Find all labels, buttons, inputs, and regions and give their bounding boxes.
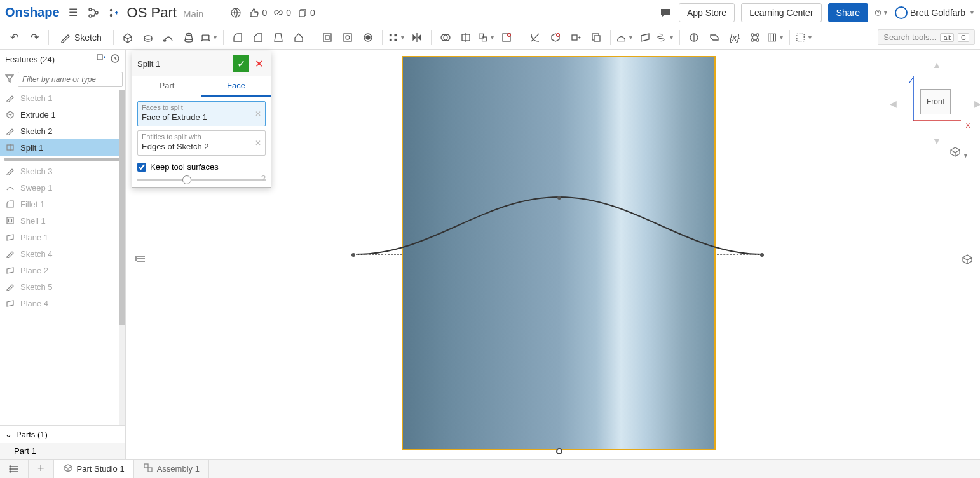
tab-manager-icon[interactable] — [0, 460, 29, 478]
transform-icon[interactable]: ▼ — [477, 29, 495, 46]
tab-part[interactable]: Part — [132, 76, 201, 97]
delete-face-icon[interactable] — [498, 29, 515, 46]
cube-front-face[interactable]: Front — [920, 89, 951, 114]
svg-point-48 — [10, 468, 11, 470]
feature-item[interactable]: Sketch 4 — [0, 245, 125, 262]
keep-tool-checkbox[interactable]: Keep tool surfaces — [137, 160, 266, 174]
feature-item[interactable]: Plane 1 — [0, 229, 125, 245]
variable-icon[interactable]: {x} — [726, 29, 744, 46]
sweep-icon[interactable] — [160, 29, 177, 46]
feature-item[interactable]: Extrude 1 — [0, 106, 125, 123]
pattern-icon[interactable]: ▼ — [388, 29, 405, 46]
modify-fillet-icon[interactable] — [526, 29, 544, 46]
likes-badge[interactable]: 0 — [249, 8, 267, 18]
config-icon[interactable] — [746, 29, 764, 46]
display-mode-icon[interactable]: ▼ — [949, 145, 969, 160]
tree-icon[interactable] — [86, 6, 100, 20]
hole-icon[interactable] — [339, 29, 357, 46]
search-tools[interactable]: Search tools... alt C — [878, 29, 975, 45]
cancel-button[interactable]: ✕ — [252, 57, 266, 71]
globe-icon[interactable] — [229, 6, 243, 20]
opacity-slider[interactable] — [137, 174, 266, 183]
feature-label: Fillet 1 — [20, 200, 44, 209]
select-icon[interactable]: ▼ — [795, 29, 813, 46]
clear-faces-icon[interactable]: ✕ — [255, 109, 261, 118]
redo-icon[interactable]: ↷ — [25, 29, 43, 46]
shell-icon[interactable] — [318, 29, 336, 46]
project-title[interactable]: OS Part Main — [127, 4, 204, 21]
learning-center-button[interactable]: Learning Center — [741, 3, 821, 22]
faces-to-split-field[interactable]: Faces to split Face of Extrude 1 ✕ — [137, 101, 266, 126]
fillet-icon[interactable] — [229, 29, 247, 46]
dialog-help-icon[interactable]: ? — [261, 174, 266, 183]
feature-item[interactable]: Split 1 — [0, 139, 125, 156]
undo-icon[interactable]: ↶ — [5, 29, 23, 46]
feature-item[interactable]: Sketch 3 — [0, 163, 125, 179]
rollback-bar[interactable] — [4, 158, 121, 161]
plane-icon[interactable] — [636, 29, 654, 46]
part-studio-icon — [63, 463, 73, 475]
sketch-button[interactable]: Sketch — [54, 30, 108, 45]
insert-icon[interactable] — [107, 6, 121, 20]
svg-point-3 — [110, 9, 112, 11]
feature-item[interactable]: Sketch 2 — [0, 123, 125, 139]
rib-icon[interactable] — [290, 29, 308, 46]
feature-item[interactable]: Plane 2 — [0, 262, 125, 278]
filter-icon[interactable] — [5, 74, 14, 85]
svg-rect-13 — [325, 36, 329, 39]
split-icon[interactable] — [457, 29, 475, 46]
confirm-button[interactable]: ✓ — [233, 55, 249, 72]
filter-input[interactable] — [18, 72, 123, 87]
svg-rect-38 — [768, 34, 775, 41]
share-button[interactable]: Share — [828, 3, 868, 22]
add-feature-icon[interactable] — [96, 53, 106, 65]
user-menu[interactable]: Brett Goldfarb ▼ — [895, 6, 975, 19]
section-icon[interactable] — [685, 29, 703, 46]
svg-point-49 — [10, 471, 11, 472]
loft-icon[interactable] — [180, 29, 198, 46]
helix-icon[interactable]: ▼ — [657, 29, 674, 46]
parts-header[interactable]: ⌄ Parts (1) — [0, 425, 125, 443]
boolean-icon[interactable] — [437, 29, 454, 46]
thread-icon[interactable] — [359, 29, 377, 46]
feature-item[interactable]: Sketch 1 — [0, 90, 125, 106]
delete-part-icon[interactable] — [547, 29, 564, 46]
mirror-icon[interactable] — [408, 29, 426, 46]
chamfer-icon[interactable] — [249, 29, 267, 46]
logo[interactable]: Onshape — [5, 5, 60, 20]
feature-item[interactable]: Fillet 1 — [0, 196, 125, 212]
app-store-button[interactable]: App Store — [679, 3, 735, 22]
comment-icon[interactable] — [658, 6, 672, 20]
feature-item[interactable]: Plane 4 — [0, 295, 125, 311]
help-icon[interactable]: ▼ — [875, 6, 888, 20]
copies-count: 0 — [310, 8, 315, 18]
hamburger-icon[interactable]: ☰ — [66, 6, 80, 20]
tab-assembly[interactable]: Assembly 1 — [134, 460, 209, 478]
view-cube[interactable]: ▲ ▼ ◀ ▶ Front Z X — [904, 64, 967, 127]
links-badge[interactable]: 0 — [273, 8, 291, 18]
rollback-icon[interactable] — [110, 53, 120, 65]
tab-part-studio[interactable]: Part Studio 1 — [54, 460, 134, 478]
thicken-icon[interactable]: ▼ — [200, 29, 218, 46]
add-tab-button[interactable]: + — [29, 460, 54, 478]
entities-field[interactable]: Entities to split with Edges of Sketch 2… — [137, 130, 266, 156]
feature-item[interactable]: Sweep 1 — [0, 179, 125, 196]
frame-icon[interactable]: ▼ — [766, 29, 784, 46]
panel-toggle-icon[interactable] — [135, 253, 147, 267]
sheet-metal-icon[interactable] — [705, 29, 723, 46]
tab-face[interactable]: Face — [201, 76, 271, 97]
feature-list[interactable]: Sketch 1Extrude 1Sketch 2Split 1Sketch 3… — [0, 90, 125, 425]
revolve-icon[interactable] — [139, 29, 157, 46]
clear-entities-icon[interactable]: ✕ — [255, 139, 261, 147]
extrude-icon[interactable] — [119, 29, 137, 46]
move-face-icon[interactable] — [567, 29, 585, 46]
feature-item[interactable]: Sketch 5 — [0, 278, 125, 295]
feature-item[interactable]: Shell 1 — [0, 212, 125, 229]
surface-icon[interactable]: ▼ — [616, 29, 634, 46]
keep-tool-input[interactable] — [137, 163, 146, 172]
copies-badge[interactable]: 0 — [297, 8, 315, 18]
isometric-icon[interactable] — [961, 253, 974, 268]
draft-icon[interactable] — [269, 29, 287, 46]
replace-face-icon[interactable] — [587, 29, 605, 46]
part-item[interactable]: Part 1 — [0, 443, 125, 459]
